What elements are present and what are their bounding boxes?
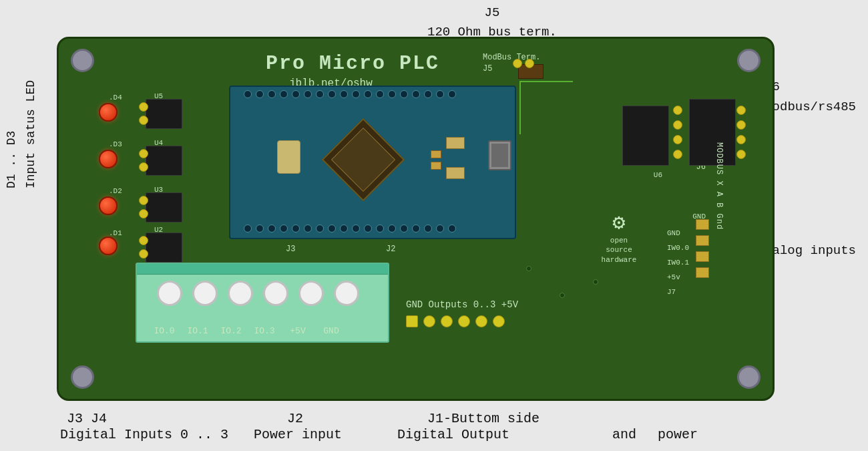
d4-pcb-label: .D4 — [109, 94, 122, 102]
via-1 — [526, 266, 531, 271]
solder-pad-j6-2 — [673, 120, 682, 130]
terminal-hole — [228, 281, 253, 306]
solder-pad — [139, 149, 148, 158]
pin-hole — [388, 90, 396, 98]
j5-pad-2 — [525, 59, 534, 68]
solder-pad-j6-r4 — [736, 150, 746, 159]
io0-label: IO.0 — [150, 326, 178, 336]
pin-hole — [340, 224, 348, 233]
terminal-hole — [334, 281, 359, 306]
power-label: power — [658, 427, 698, 442]
smd-comp-2 — [446, 167, 465, 179]
output-pin-5v — [493, 315, 505, 327]
pin-hole — [448, 90, 456, 98]
modbus-side-label: MODBUS X A B Gnd — [714, 142, 724, 230]
output-section: GND Outputs 0..3 +5V — [406, 299, 518, 327]
pin-hole — [316, 224, 324, 233]
header-pins-bottom — [244, 224, 501, 235]
u3-pcb-label: U3 — [154, 186, 163, 194]
solder-pad — [139, 162, 148, 172]
plus5v-term-label: +5V — [284, 326, 312, 336]
pin-hole — [376, 90, 384, 98]
u6-pcb-label: U6 — [654, 171, 662, 179]
pin-hole — [316, 90, 324, 98]
pin-hole — [352, 90, 360, 98]
pin-hole — [376, 224, 384, 233]
optocoupler-u5 — [146, 99, 182, 129]
digital-output-label: Digital Output — [397, 427, 509, 442]
u4-pcb-label: U4 — [154, 139, 163, 147]
mount-hole-tr — [737, 49, 761, 72]
pin-hole — [424, 90, 432, 98]
output-pin-3 — [475, 315, 487, 327]
terminal-labels: IO.0 IO.1 IO.2 IO.3 +5V GND — [150, 326, 345, 336]
j3-j4-bottom-label: J3 J4 — [67, 411, 107, 426]
j7-labels: GND IW0.0 IW0.1 +5v J7 — [667, 226, 689, 299]
j6-right-label: J6 Modbus/rs485 — [765, 77, 856, 118]
pcb-title: Pro Micro PLC — [266, 52, 439, 75]
d1d3-label: D1 .. D3 — [3, 80, 20, 188]
solder-pad — [139, 209, 148, 218]
pin-hole — [400, 224, 408, 233]
output-pin-0 — [423, 315, 435, 327]
j5-pad-1 — [513, 59, 522, 68]
led-d2 — [99, 196, 118, 215]
pin-hole — [256, 90, 264, 98]
pin-hole — [388, 224, 396, 233]
pin-hole — [292, 224, 300, 233]
pin-hole — [352, 224, 360, 233]
arduino-module — [229, 86, 516, 239]
output-pin-1 — [441, 315, 453, 327]
pin-hole — [280, 224, 288, 233]
pin-hole — [292, 90, 300, 98]
solder-pad — [139, 249, 148, 259]
solder-pad — [139, 196, 148, 205]
solder-pad-j6-r2 — [736, 120, 746, 130]
pin-hole — [304, 90, 312, 98]
pin-hole — [268, 90, 276, 98]
smd-cap-2 — [431, 162, 441, 170]
j7-pin-iw01 — [696, 251, 709, 262]
and-label: and — [612, 427, 636, 442]
led-d4 — [99, 103, 118, 122]
solder-pad-j6-3 — [673, 135, 682, 144]
pin-hole — [436, 224, 444, 233]
header-pins-top — [244, 90, 501, 100]
mount-hole-br — [737, 365, 761, 389]
pin-hole — [424, 224, 432, 233]
j1-bottom-label: J1-Buttom side — [427, 411, 539, 426]
output-pin-gnd — [406, 315, 418, 327]
crystal — [277, 140, 300, 174]
terminal-block: IO.0 IO.1 IO.2 IO.3 +5V GND — [136, 263, 389, 343]
left-vertical-label: D1 .. D3 Input satus LED — [3, 80, 39, 188]
pin-hole — [412, 90, 420, 98]
solder-pad-j6-r1 — [736, 106, 746, 115]
j6-connector — [689, 99, 736, 166]
gnd-term-label: GND — [317, 326, 345, 336]
solder-pad-j6-4 — [673, 150, 682, 159]
solder-pad-j6-r3 — [736, 135, 746, 144]
optocoupler-u3 — [146, 192, 182, 222]
pin-hole — [364, 90, 372, 98]
solder-pad-j6-1 — [673, 106, 682, 115]
j7-pin-5v — [696, 267, 709, 278]
j7-pin-gnd — [696, 219, 709, 230]
io3-label: IO.3 — [250, 326, 278, 336]
pin-hole — [436, 90, 444, 98]
rs485-chip-u6 — [622, 106, 669, 166]
j2-pcb-label: J2 — [386, 245, 395, 254]
optocoupler-u4 — [146, 146, 182, 176]
terminal-hole — [263, 281, 288, 306]
terminal-hole — [298, 281, 324, 306]
usb-connector — [488, 140, 511, 170]
oshw-label: ⚙ open sourcehardware — [596, 209, 642, 265]
pin-hole — [244, 224, 252, 233]
io1-label: IO.1 — [184, 326, 212, 336]
smd-cap-1 — [431, 150, 441, 158]
digital-inputs-label: Digital Inputs 0 .. 3 — [60, 427, 228, 442]
solder-pad — [139, 236, 148, 245]
j5-pads-top — [513, 59, 534, 68]
pin-hole — [244, 90, 252, 98]
input-status-label: Input satus LED — [23, 80, 39, 188]
pin-hole — [364, 224, 372, 233]
